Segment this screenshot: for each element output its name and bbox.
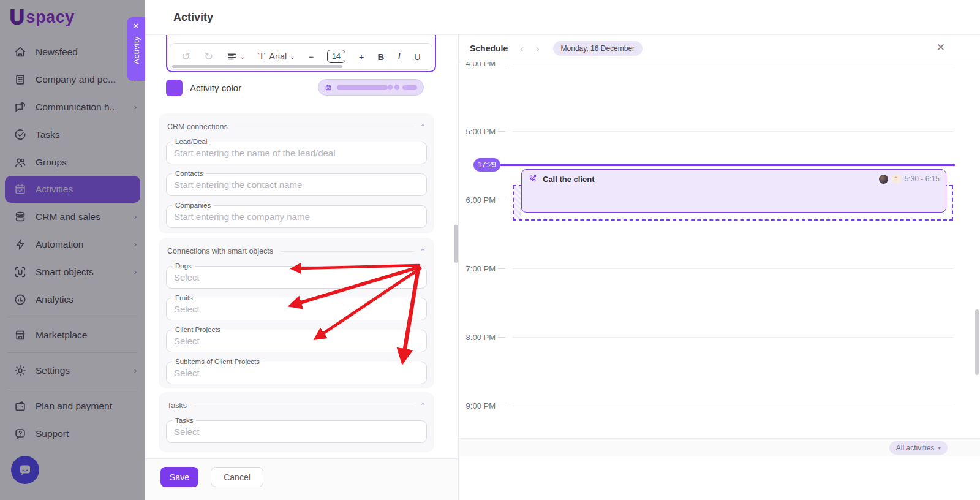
field-label: Tasks <box>172 417 196 425</box>
activities-filter-dropdown[interactable]: All activities ▾ <box>889 441 948 455</box>
section-divider <box>281 251 414 252</box>
time-label: 9:00 PM <box>459 401 496 411</box>
chevron-down-icon: ⌄ <box>290 53 295 60</box>
companies-field[interactable]: Companies Start entering the company nam… <box>166 205 427 228</box>
hour-line <box>513 406 953 406</box>
font-size-decrease-button[interactable]: − <box>309 51 314 62</box>
section-title: CRM connections <box>167 123 228 131</box>
tasks-field[interactable]: Tasks Select <box>166 420 427 443</box>
close-icon[interactable]: ✕ <box>133 22 140 30</box>
hour-tick <box>498 337 505 338</box>
time-label: 8:00 PM <box>459 333 496 342</box>
current-time-line <box>497 164 955 166</box>
field-label: Lead/Deal <box>172 138 210 146</box>
event-card[interactable]: Call the client ⌃ 5:30 - 6:15 <box>521 169 946 213</box>
event-drag-hatch <box>514 186 521 219</box>
activity-side-tab[interactable]: ✕ Activity <box>127 17 145 81</box>
next-day-button[interactable]: › <box>536 44 540 54</box>
hour-tick <box>498 268 505 269</box>
preview-dot <box>388 85 393 90</box>
field-placeholder: Select <box>167 267 426 288</box>
lead-deal-field[interactable]: Lead/Deal Start entering the name of the… <box>166 142 427 164</box>
chevron-up-icon[interactable]: ⌃ <box>420 123 426 131</box>
section-title: Connections with smart objects <box>167 247 273 256</box>
bold-button[interactable]: B <box>377 51 384 62</box>
prev-day-button[interactable]: ‹ <box>520 44 524 54</box>
field-label: Companies <box>172 202 214 210</box>
save-button[interactable]: Save <box>160 467 198 487</box>
activity-color-row: Activity color <box>166 79 436 96</box>
crm-connections-section: CRM connections ⌃ Lead/Deal Start enteri… <box>159 113 434 233</box>
hour-tick <box>498 64 505 64</box>
font-family-value: Arial <box>269 51 287 61</box>
preview-bar <box>337 85 388 90</box>
align-button[interactable]: ⌄ <box>227 51 245 62</box>
contacts-field[interactable]: Contacts Start entering the contact name <box>166 173 427 196</box>
preview-dot <box>394 85 399 90</box>
font-size-increase-button[interactable]: + <box>359 51 364 62</box>
chevron-down-icon: ⌄ <box>240 53 245 60</box>
activity-color-preview <box>318 79 424 96</box>
modal-backdrop[interactable] <box>0 0 145 500</box>
editor-toolbar: ↺ ↻ ⌄ T Arial ⌄ − 14 + B I U <box>170 43 432 70</box>
calendar-icon <box>325 83 332 92</box>
subitems-client-projects-field[interactable]: Subitems of Client Projects Select <box>166 362 427 384</box>
schedule-footer: All activities ▾ <box>459 438 980 456</box>
client-projects-field[interactable]: Client Projects Select <box>166 330 427 352</box>
font-family-select[interactable]: T Arial ⌄ <box>258 50 295 63</box>
time-label: 7:00 PM <box>459 264 496 273</box>
text-style-icon: T <box>258 50 265 63</box>
schedule-panel: Schedule ‹ › Monday, 16 December ✕ 4:00 … <box>458 35 980 500</box>
chevron-down-icon: ▾ <box>938 445 941 451</box>
toolbar-scrollbar[interactable] <box>172 65 342 68</box>
smart-objects-section: Connections with smart objects ⌃ Dogs Se… <box>159 238 434 388</box>
activity-modal: Activity ↺ ↻ ⌄ T Arial ⌄ − 14 + B <box>145 0 980 500</box>
underline-button[interactable]: U <box>414 51 421 62</box>
chevron-up-icon[interactable]: ⌃ <box>420 248 426 256</box>
form-footer: Save Cancel <box>145 458 458 500</box>
activity-color-label: Activity color <box>190 83 241 93</box>
activity-form-panel: ↺ ↻ ⌄ T Arial ⌄ − 14 + B I U <box>145 35 458 500</box>
close-icon[interactable]: ✕ <box>937 42 945 53</box>
field-label: Fruits <box>172 294 196 302</box>
modal-header: Activity <box>145 0 980 35</box>
schedule-grid[interactable]: 4:00 PM 5:00 PM 6:00 PM 7:00 PM 8:00 PM … <box>459 63 980 438</box>
preview-bar <box>402 85 417 90</box>
section-divider <box>194 406 414 406</box>
form-scrollbar[interactable] <box>454 225 458 263</box>
collapse-event-icon[interactable]: ⌃ <box>891 174 901 184</box>
hour-line <box>513 131 953 132</box>
italic-button[interactable]: I <box>398 51 401 62</box>
fruits-field[interactable]: Fruits Select <box>166 298 427 320</box>
date-pill[interactable]: Monday, 16 December <box>553 41 643 56</box>
event-title: Call the client <box>543 175 595 184</box>
hour-tick <box>498 131 505 132</box>
time-label: 5:00 PM <box>459 127 496 136</box>
field-placeholder: Select <box>167 298 426 320</box>
field-label: Contacts <box>172 170 206 178</box>
cancel-button[interactable]: Cancel <box>211 467 263 487</box>
hour-tick <box>498 200 505 200</box>
schedule-scrollbar[interactable] <box>975 309 979 375</box>
chevron-up-icon[interactable]: ⌃ <box>420 402 426 410</box>
redo-icon[interactable]: ↻ <box>204 50 213 63</box>
hour-line <box>513 64 953 64</box>
field-placeholder: Select <box>167 421 426 442</box>
avatar <box>879 175 888 184</box>
field-label: Dogs <box>172 262 195 270</box>
schedule-title: Schedule <box>470 44 508 53</box>
current-time-badge: 17:29 <box>473 158 500 172</box>
schedule-header: Schedule ‹ › Monday, 16 December ✕ <box>459 35 980 63</box>
align-icon <box>227 51 237 62</box>
hour-tick <box>498 406 505 406</box>
filter-label: All activities <box>896 444 935 452</box>
section-title: Tasks <box>167 401 187 410</box>
section-divider <box>235 127 414 127</box>
color-swatch[interactable] <box>166 80 183 96</box>
dogs-field[interactable]: Dogs Select <box>166 266 427 289</box>
font-size-value[interactable]: 14 <box>327 50 345 63</box>
phone-call-icon <box>528 174 538 184</box>
activity-tab-label: Activity <box>132 36 141 64</box>
page-title: Activity <box>173 11 213 24</box>
undo-icon[interactable]: ↺ <box>181 50 190 63</box>
